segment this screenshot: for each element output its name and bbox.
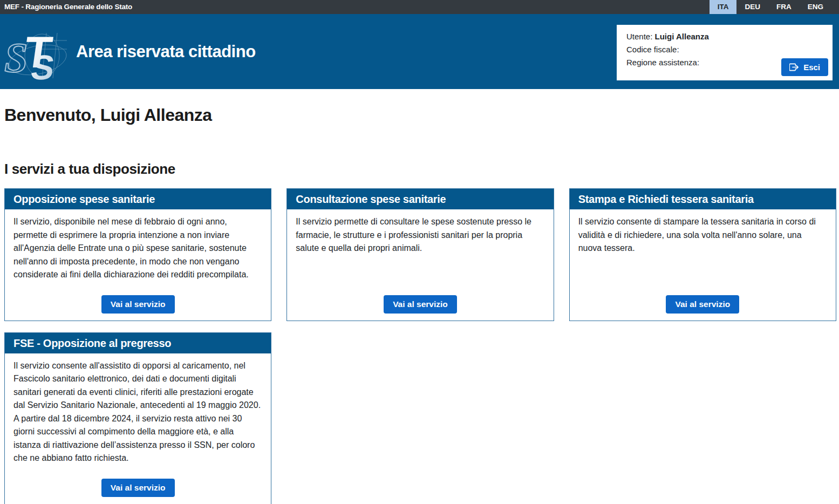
topbar: MEF - Ragioneria Generale dello Stato IT… [0, 0, 839, 14]
user-row-fiscal-code: Codice fiscale: [626, 43, 823, 56]
go-to-service-button-fse-opposizione[interactable]: Vai al servizio [101, 479, 175, 497]
card-title: Opposizione spese sanitarie [5, 189, 271, 209]
user-row-name: Utente: Luigi Alleanza [626, 30, 823, 43]
sts-logo: S T S [4, 29, 68, 81]
topbar-brand: MEF - Ragioneria Generale dello Stato [0, 0, 132, 14]
card-description: Il servizio, disponibile nel mese di feb… [13, 215, 262, 282]
lang-button-deu[interactable]: DEU [736, 0, 768, 14]
logout-label: Esci [803, 63, 820, 72]
page-title: Area riservata cittadino [76, 42, 256, 62]
region-label: Regione assistenza: [626, 58, 699, 67]
lang-button-eng[interactable]: ENG [800, 0, 831, 14]
user-label: Utente: [626, 32, 652, 41]
svg-text:S: S [29, 48, 57, 81]
fiscal-code-label: Codice fiscale: [626, 45, 679, 54]
card-title: Stampa e Richiedi tessera sanitaria [570, 189, 836, 209]
logout-icon [789, 63, 799, 72]
card-title: FSE - Opposizione al pregresso [5, 333, 271, 353]
card-description: Il servizio consente all'assistito di op… [13, 359, 262, 465]
services-grid: Opposizione spese sanitarie Il servizio,… [4, 188, 836, 504]
card-fse-opposizione: FSE - Opposizione al pregresso Il serviz… [4, 332, 271, 504]
card-title: Consultazione spese sanitarie [287, 189, 553, 209]
user-name: Luigi Alleanza [655, 32, 709, 41]
card-opposizione-spese: Opposizione spese sanitarie Il servizio,… [4, 188, 271, 321]
card-consultazione-spese: Consultazione spese sanitarie Il servizi… [287, 188, 554, 321]
sts-logo-icon: S T S [4, 29, 68, 81]
logout-button[interactable]: Esci [781, 58, 828, 76]
user-panel: Utente: Luigi Alleanza Codice fiscale: R… [617, 25, 833, 80]
welcome-heading: Benvenuto, Luigi Alleanza [4, 105, 836, 125]
lang-button-fra[interactable]: FRA [768, 0, 800, 14]
go-to-service-button-tessera-sanitaria[interactable]: Vai al servizio [666, 295, 739, 314]
go-to-service-button-consultazione-spese[interactable]: Vai al servizio [384, 295, 457, 314]
language-switcher: ITA DEU FRA ENG [710, 0, 839, 14]
card-body: Il servizio, disponibile nel mese di feb… [5, 209, 271, 321]
app-header: S T S Area riservata cittadino Utente: L… [0, 14, 839, 89]
lang-button-ita[interactable]: ITA [710, 0, 737, 14]
card-description: Il servizio permette di consultare le sp… [296, 215, 544, 255]
card-body: Il servizio consente di stampare la tess… [570, 209, 836, 321]
main-content: Benvenuto, Luigi Alleanza I servizi a tu… [0, 105, 839, 504]
go-to-service-button-opposizione-spese[interactable]: Vai al servizio [101, 295, 175, 314]
card-description: Il servizio consente di stampare la tess… [578, 215, 827, 255]
card-body: Il servizio permette di consultare le sp… [287, 209, 553, 321]
services-heading: I servizi a tua disposizione [4, 161, 836, 178]
card-tessera-sanitaria: Stampa e Richiedi tessera sanitaria Il s… [569, 188, 836, 321]
card-body: Il servizio consente all'assistito di op… [5, 353, 271, 504]
